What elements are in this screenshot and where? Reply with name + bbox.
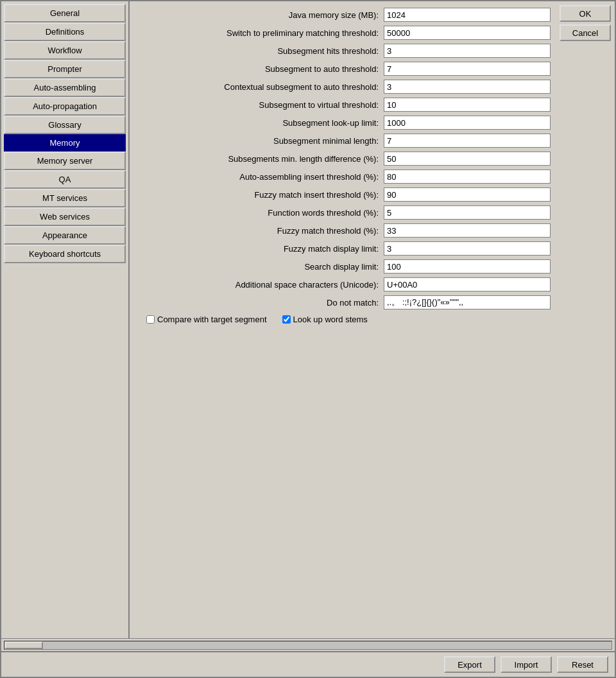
input-subseg-hits[interactable] (384, 44, 551, 58)
label-ctx-subseg-auto: Contextual subsegment to auto threshold: (140, 82, 384, 92)
reset-button[interactable]: Reset (557, 656, 608, 673)
form-row-fuzzy-insert-thresh: Fuzzy match insert threshold (%): (140, 187, 545, 202)
form-row-auto-assem-thresh: Auto-assembling insert threshold (%): (140, 170, 545, 184)
form-row-func-words-thresh: Function words threshold (%): (140, 205, 545, 220)
form-row-subseg-min-diff: Subsegments min. length difference (%): (140, 152, 545, 166)
sidebar-item-prompter[interactable]: Prompter (4, 60, 126, 78)
form-section: Java memory size (MB):Switch to prelimin… (130, 1, 556, 638)
form-row-subseg-lookup: Subsegment look-up limit: (140, 116, 545, 130)
sidebar: GeneralDefinitionsWorkflowPrompterAuto-a… (1, 1, 130, 638)
label-fuzzy-thresh: Fuzzy match threshold (%): (140, 226, 384, 236)
form-row-subseg-hits: Subsegment hits threshold: (140, 44, 545, 58)
label-func-words-thresh: Function words threshold (%): (140, 208, 384, 218)
sidebar-item-appearance[interactable]: Appearance (4, 226, 126, 245)
sidebar-item-general[interactable]: General (4, 4, 126, 22)
bottom-bar: Export Import Reset (1, 651, 615, 677)
form-row-search-display-limit: Search display limit: (140, 259, 545, 274)
form-row-fuzzy-display-limit: Fuzzy match display limit: (140, 241, 545, 256)
label-subseg-min-len: Subsegment minimal length: (140, 136, 384, 146)
checkbox-lookup-stems[interactable] (282, 315, 291, 324)
input-fuzzy-display-limit[interactable] (384, 241, 551, 256)
form-row-java-memory: Java memory size (MB): (140, 8, 545, 22)
scrollbar-area (1, 638, 615, 651)
input-subseg-min-diff[interactable] (384, 152, 551, 166)
checkbox-row: Compare with target segment Look up word… (146, 315, 545, 324)
cancel-button[interactable]: Cancel (560, 24, 611, 41)
form-row-space-chars: Additional space characters (Unicode): (140, 277, 545, 291)
input-subseg-virtual[interactable] (384, 98, 551, 112)
form-row-ctx-subseg-auto: Contextual subsegment to auto threshold: (140, 80, 545, 94)
checkbox-compare-target[interactable] (146, 315, 155, 324)
input-do-not-match[interactable] (384, 295, 551, 309)
sidebar-item-memory-server[interactable]: Memory server (4, 152, 126, 170)
checkbox-label-compare-target[interactable]: Compare with target segment (146, 315, 267, 324)
input-prelim-threshold[interactable] (384, 26, 551, 40)
content-wrapper: Java memory size (MB):Switch to prelimin… (130, 1, 615, 638)
label-subseg-auto: Subsegment to auto threshold: (140, 64, 384, 74)
label-space-chars: Additional space characters (Unicode): (140, 280, 384, 290)
export-button[interactable]: Export (444, 656, 495, 673)
form-row-subseg-auto: Subsegment to auto threshold: (140, 62, 545, 76)
label-subseg-lookup: Subsegment look-up limit: (140, 118, 384, 128)
label-subseg-min-diff: Subsegments min. length difference (%): (140, 154, 384, 164)
checkbox-label-lookup-stems[interactable]: Look up word stems (282, 315, 368, 324)
input-auto-assem-thresh[interactable] (384, 170, 551, 184)
top-right-buttons: OK Cancel (556, 1, 615, 638)
label-search-display-limit: Search display limit: (140, 262, 384, 272)
sidebar-item-auto-assembling[interactable]: Auto-assembling (4, 78, 126, 97)
label-java-memory: Java memory size (MB): (140, 10, 384, 20)
form-row-subseg-virtual: Subsegment to virtual threshold: (140, 98, 545, 112)
input-subseg-lookup[interactable] (384, 116, 551, 130)
input-subseg-min-len[interactable] (384, 134, 551, 148)
scrollbar-thumb[interactable] (4, 641, 43, 649)
label-fuzzy-insert-thresh: Fuzzy match insert threshold (%): (140, 190, 384, 200)
sidebar-item-definitions[interactable]: Definitions (4, 22, 126, 41)
sidebar-item-memory[interactable]: Memory (4, 134, 126, 152)
sidebar-item-qa[interactable]: QA (4, 170, 126, 189)
input-ctx-subseg-auto[interactable] (384, 80, 551, 94)
sidebar-item-auto-propagation[interactable]: Auto-propagation (4, 97, 126, 116)
label-subseg-hits: Subsegment hits threshold: (140, 46, 384, 56)
form-row-do-not-match: Do not match: (140, 295, 545, 309)
sidebar-item-keyboard-shortcuts[interactable]: Keyboard shortcuts (4, 245, 126, 263)
scrollbar-track[interactable] (4, 641, 612, 650)
sidebar-item-mt-services[interactable]: MT services (4, 189, 126, 207)
label-auto-assem-thresh: Auto-assembling insert threshold (%): (140, 172, 384, 182)
input-search-display-limit[interactable] (384, 259, 551, 274)
ok-button[interactable]: OK (560, 5, 611, 22)
sidebar-item-web-services[interactable]: Web services (4, 207, 126, 226)
input-subseg-auto[interactable] (384, 62, 551, 76)
label-prelim-threshold: Switch to preliminary matching threshold… (140, 28, 384, 38)
form-row-prelim-threshold: Switch to preliminary matching threshold… (140, 26, 545, 40)
input-space-chars[interactable] (384, 277, 551, 291)
input-java-memory[interactable] (384, 8, 551, 22)
label-fuzzy-display-limit: Fuzzy match display limit: (140, 244, 384, 254)
label-subseg-virtual: Subsegment to virtual threshold: (140, 100, 384, 110)
form-row-fuzzy-thresh: Fuzzy match threshold (%): (140, 223, 545, 238)
dialog: GeneralDefinitionsWorkflowPrompterAuto-a… (0, 0, 616, 678)
form-row-subseg-min-len: Subsegment minimal length: (140, 134, 545, 148)
input-func-words-thresh[interactable] (384, 205, 551, 220)
sidebar-item-glossary[interactable]: Glossary (4, 116, 126, 134)
dialog-content: GeneralDefinitionsWorkflowPrompterAuto-a… (1, 1, 615, 638)
import-button[interactable]: Import (501, 656, 552, 673)
input-fuzzy-thresh[interactable] (384, 223, 551, 238)
input-fuzzy-insert-thresh[interactable] (384, 187, 551, 202)
sidebar-item-workflow[interactable]: Workflow (4, 41, 126, 60)
label-do-not-match: Do not match: (140, 298, 384, 308)
